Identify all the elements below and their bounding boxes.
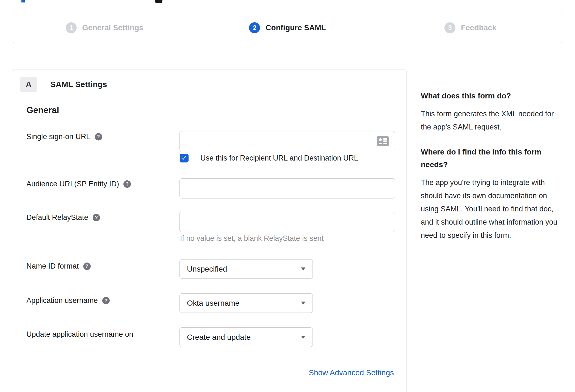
step-1-label: General Settings	[82, 23, 143, 32]
update-username-label: Update application username on	[26, 330, 133, 339]
audience-uri-label-text: Audience URI (SP Entity ID)	[26, 180, 119, 188]
configure-saml-page: 1 General Settings 2 Configure SAML 3 Fe…	[0, 0, 575, 392]
step-general-settings[interactable]: 1 General Settings	[13, 12, 196, 43]
contact-card-icon	[377, 136, 389, 146]
name-id-format-label-text: Name ID format	[26, 262, 79, 270]
relay-state-hint: If no value is set, a blank RelayState i…	[180, 234, 324, 243]
recipient-url-checkbox-row: ✓ Use this for Recipient URL and Destina…	[180, 154, 358, 162]
saml-settings-card: A SAML Settings General Single sign-on U…	[13, 70, 407, 392]
section-header: A SAML Settings	[20, 77, 107, 92]
step-feedback[interactable]: 3 Feedback	[379, 12, 562, 43]
clipped-dark-element	[155, 0, 162, 3]
audience-uri-label: Audience URI (SP Entity ID) ?	[26, 180, 131, 188]
app-username-help-icon[interactable]: ?	[102, 297, 110, 304]
sso-url-input-wrap	[179, 131, 395, 151]
app-username-label-text: Application username	[26, 296, 98, 305]
step-2-label: Configure SAML	[266, 23, 326, 32]
update-username-value: Create and update	[187, 333, 251, 342]
general-group-title: General	[26, 105, 59, 115]
step-configure-saml[interactable]: 2 Configure SAML	[196, 12, 379, 43]
step-3-badge: 3	[444, 22, 455, 33]
section-title: SAML Settings	[50, 80, 107, 89]
chevron-down-icon	[301, 267, 305, 270]
step-1-badge: 1	[66, 22, 77, 33]
name-id-format-help-icon[interactable]: ?	[83, 263, 91, 270]
relay-state-help-icon[interactable]: ?	[93, 214, 100, 221]
help-q2-body: The app you're trying to integrate with …	[421, 176, 564, 242]
show-advanced-settings-link[interactable]: Show Advanced Settings	[309, 368, 394, 377]
help-sidebar: What does this form do? This form genera…	[421, 90, 564, 254]
app-username-value: Okta username	[187, 299, 239, 308]
app-username-label: Application username ?	[26, 296, 110, 305]
name-id-format-label: Name ID format ?	[26, 262, 91, 270]
step-2-badge: 2	[249, 22, 260, 33]
help-q1-title: What does this form do?	[421, 90, 564, 102]
sso-url-input[interactable]	[179, 131, 395, 151]
audience-uri-input[interactable]	[179, 178, 395, 198]
wizard-stepper: 1 General Settings 2 Configure SAML 3 Fe…	[13, 12, 562, 43]
section-a-badge: A	[20, 77, 37, 92]
app-username-select[interactable]: Okta username	[179, 293, 313, 313]
step-3-label: Feedback	[461, 23, 496, 32]
clipped-blue-element	[21, 0, 25, 2]
relay-state-label: Default RelayState ?	[26, 213, 100, 222]
help-q1-body: This form generates the XML needed for t…	[421, 107, 564, 134]
relay-state-label-text: Default RelayState	[26, 213, 88, 222]
name-id-format-value: Unspecified	[187, 265, 227, 274]
sso-url-help-icon[interactable]: ?	[95, 133, 102, 140]
update-username-select[interactable]: Create and update	[179, 327, 313, 347]
sso-url-label-text: Single sign-on URL	[26, 132, 90, 141]
chevron-down-icon	[301, 336, 305, 339]
chevron-down-icon	[301, 302, 305, 305]
recipient-url-checkbox[interactable]: ✓	[180, 154, 189, 162]
sso-url-label: Single sign-on URL ?	[26, 132, 102, 141]
update-username-label-text: Update application username on	[26, 330, 133, 339]
name-id-format-select[interactable]: Unspecified	[179, 259, 313, 279]
relay-state-input[interactable]	[179, 212, 395, 232]
recipient-url-checkbox-label: Use this for Recipient URL and Destinati…	[200, 154, 358, 162]
help-q2-title: Where do I find the info this form needs…	[421, 146, 564, 171]
audience-uri-help-icon[interactable]: ?	[123, 180, 131, 188]
